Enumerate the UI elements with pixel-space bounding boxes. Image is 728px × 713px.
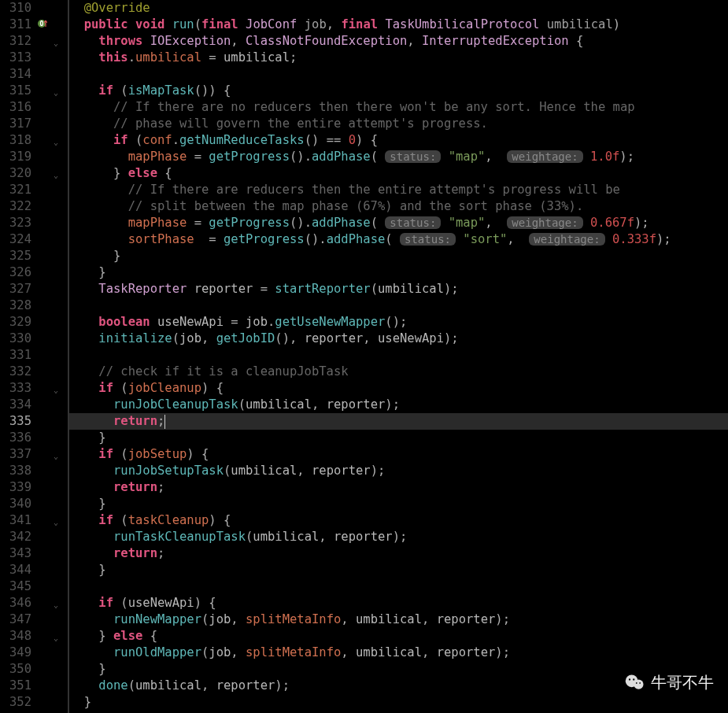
line-number[interactable]: 348 xyxy=(0,628,31,645)
code-line[interactable]: return; xyxy=(69,479,728,496)
fold-icon[interactable]: ⌄ xyxy=(54,514,61,522)
line-number[interactable]: 334 xyxy=(0,397,31,413)
line-number[interactable]: 352 xyxy=(0,694,31,711)
svg-point-6 xyxy=(636,682,637,684)
code-line[interactable]: } xyxy=(69,248,728,264)
code-line-active[interactable]: return; xyxy=(69,413,728,430)
line-number[interactable]: 327 xyxy=(0,281,31,297)
line-number[interactable]: 343 xyxy=(0,545,31,562)
line-number[interactable]: 324 xyxy=(0,231,31,248)
code-line[interactable]: // phase will govern the entire attempt'… xyxy=(69,116,728,132)
code-line[interactable]: } xyxy=(69,562,728,578)
code-line[interactable]: if (jobCleanup) { xyxy=(69,380,728,397)
code-line[interactable]: if (conf.getNumReduceTasks() == 0) { xyxy=(69,132,728,149)
line-number[interactable]: 351 xyxy=(0,678,31,694)
code-line[interactable]: runJobCleanupTask(umbilical, reporter); xyxy=(69,397,728,413)
line-number[interactable]: 349 xyxy=(0,645,31,661)
line-number[interactable]: 315 xyxy=(0,83,31,99)
code-line[interactable] xyxy=(69,66,728,83)
code-line[interactable]: TaskReporter reporter = startReporter(um… xyxy=(69,281,728,297)
code-line[interactable] xyxy=(69,297,728,314)
fold-icon[interactable]: ⌄ xyxy=(54,382,61,390)
line-number[interactable]: 331 xyxy=(0,347,31,364)
line-number[interactable]: 311 xyxy=(0,17,31,33)
code-line[interactable] xyxy=(69,347,728,364)
fold-icon[interactable]: ⌄ xyxy=(54,448,61,456)
line-number-gutter[interactable]: 310 311 312 313 314 315 316 317 318 319 … xyxy=(0,0,38,713)
code-line[interactable]: if (useNewApi) { xyxy=(69,595,728,611)
line-number[interactable]: 332 xyxy=(0,364,31,380)
line-number[interactable]: 350 xyxy=(0,661,31,678)
code-line[interactable] xyxy=(69,578,728,595)
code-line[interactable]: mapPhase = getProgress().addPhase( statu… xyxy=(69,215,728,231)
override-marker-icon[interactable]: O xyxy=(38,19,47,28)
code-line[interactable]: return; xyxy=(69,545,728,562)
code-line[interactable]: // If there are no reducers then there w… xyxy=(69,99,728,116)
fold-icon[interactable]: ⌄ xyxy=(54,630,61,637)
code-line[interactable]: // If there are reducers then the entire… xyxy=(69,182,728,198)
code-line[interactable]: initialize(job, getJobID(), reporter, us… xyxy=(69,331,728,347)
line-number[interactable]: 347 xyxy=(0,611,31,628)
code-line[interactable]: runOldMapper(job, splitMetaInfo, umbilic… xyxy=(69,645,728,661)
fold-icon[interactable]: ⌄ xyxy=(54,35,61,42)
code-line[interactable]: mapPhase = getProgress().addPhase( statu… xyxy=(69,149,728,165)
fold-icon[interactable]: ⌄ xyxy=(54,134,61,142)
code-line[interactable]: if (jobSetup) { xyxy=(69,446,728,463)
code-line[interactable]: } xyxy=(69,430,728,446)
code-line[interactable]: } xyxy=(69,496,728,512)
line-number[interactable]: 336 xyxy=(0,430,31,446)
code-line[interactable]: } else { xyxy=(69,628,728,645)
fold-column[interactable]: ⌄ ⌄ ⌄ ⌄ ⌄ ⌄ ⌄ ⌄ ⌄ xyxy=(52,0,68,713)
code-line[interactable]: runTaskCleanupTask(umbilical, reporter); xyxy=(69,529,728,545)
code-line[interactable]: throws IOException, ClassNotFoundExcepti… xyxy=(69,33,728,50)
code-line[interactable]: public void run(final JobConf job, final… xyxy=(69,17,728,33)
line-number[interactable]: 330 xyxy=(0,331,31,347)
line-number[interactable]: 316 xyxy=(0,99,31,116)
fold-icon[interactable]: ⌄ xyxy=(54,84,61,92)
line-number[interactable]: 312 xyxy=(0,33,31,50)
code-line[interactable]: boolean useNewApi = job.getUseNewMapper(… xyxy=(69,314,728,331)
line-number[interactable]: 338 xyxy=(0,463,31,479)
line-number[interactable]: 321 xyxy=(0,182,31,198)
line-number[interactable]: 328 xyxy=(0,297,31,314)
line-number[interactable]: 320 xyxy=(0,165,31,182)
code-area[interactable]: @Override public void run(final JobConf … xyxy=(69,0,728,713)
line-number[interactable]: 333 xyxy=(0,380,31,397)
line-number[interactable]: 341 xyxy=(0,512,31,529)
code-line[interactable]: runJobSetupTask(umbilical, reporter); xyxy=(69,463,728,479)
line-number[interactable]: 346 xyxy=(0,595,31,611)
line-number[interactable]: 314 xyxy=(0,66,31,83)
code-line[interactable]: } xyxy=(69,694,728,711)
param-hint: weightage: xyxy=(507,216,582,229)
line-number[interactable]: 340 xyxy=(0,496,31,512)
line-number[interactable]: 323 xyxy=(0,215,31,231)
code-line[interactable]: @Override xyxy=(69,0,728,17)
code-line[interactable]: } xyxy=(69,264,728,281)
line-number[interactable]: 313 xyxy=(0,50,31,66)
line-number[interactable]: 337 xyxy=(0,446,31,463)
line-number[interactable]: 325 xyxy=(0,248,31,264)
code-line[interactable]: } else { xyxy=(69,165,728,182)
code-line[interactable]: // split between the map phase (67%) and… xyxy=(69,198,728,215)
line-number[interactable]: 342 xyxy=(0,529,31,545)
code-line[interactable]: this.umbilical = umbilical; xyxy=(69,50,728,66)
line-number[interactable]: 344 xyxy=(0,562,31,578)
line-number[interactable]: 329 xyxy=(0,314,31,331)
code-line[interactable]: // check if it is a cleanupJobTask xyxy=(69,364,728,380)
fold-icon[interactable]: ⌄ xyxy=(54,167,61,175)
code-line[interactable]: runNewMapper(job, splitMetaInfo, umbilic… xyxy=(69,611,728,628)
line-number[interactable]: 318 xyxy=(0,132,31,149)
code-editor[interactable]: 310 311 312 313 314 315 316 317 318 319 … xyxy=(0,0,728,713)
code-line[interactable]: if (taskCleanup) { xyxy=(69,512,728,529)
line-number[interactable]: 319 xyxy=(0,149,31,165)
line-number[interactable]: 345 xyxy=(0,578,31,595)
line-number[interactable]: 317 xyxy=(0,116,31,132)
line-number[interactable]: 326 xyxy=(0,264,31,281)
fold-icon[interactable]: ⌄ xyxy=(54,597,61,604)
line-number[interactable]: 310 xyxy=(0,0,31,17)
code-line[interactable]: if (isMapTask()) { xyxy=(69,83,728,99)
line-number[interactable]: 339 xyxy=(0,479,31,496)
code-line[interactable]: sortPhase = getProgress().addPhase( stat… xyxy=(69,231,728,248)
line-number[interactable]: 322 xyxy=(0,198,31,215)
line-number-active[interactable]: 335 xyxy=(0,413,31,430)
